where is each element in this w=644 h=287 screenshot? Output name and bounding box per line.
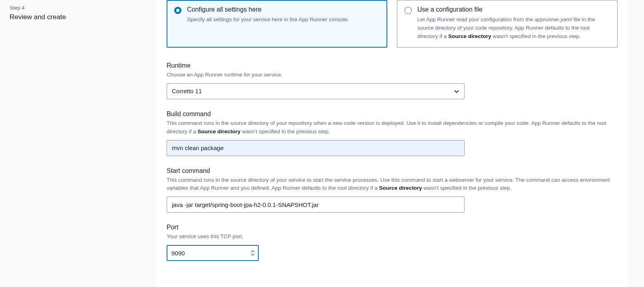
option-body: Configure all settings here Specify all … xyxy=(187,6,349,24)
radio-unselected-icon xyxy=(405,7,412,14)
port-help: Your service uses this TCP port. xyxy=(167,233,618,241)
option-body: Use a configuration file Let App Runner … xyxy=(417,6,610,41)
runtime-select[interactable]: Corretto 11 xyxy=(167,83,465,99)
runtime-field: Runtime Choose an App Runner runtime for… xyxy=(167,62,618,99)
option-title: Configure all settings here xyxy=(187,6,349,13)
start-command-help: This command runs in the source director… xyxy=(167,176,618,193)
option-title: Use a configuration file xyxy=(417,6,610,13)
step-title[interactable]: Review and create xyxy=(10,13,147,21)
config-option-row: Configure all settings here Specify all … xyxy=(167,0,618,48)
start-command-label: Start command xyxy=(167,167,618,175)
option-desc: Let App Runner read your configuration f… xyxy=(417,16,610,41)
runtime-select-value: Corretto 11 xyxy=(167,83,465,99)
build-command-field: Build command This command runs in the s… xyxy=(167,110,618,156)
option-use-config-file[interactable]: Use a configuration file Let App Runner … xyxy=(397,0,618,48)
wizard-sidebar: Step 4 Review and create xyxy=(0,0,156,287)
start-command-field: Start command This command runs in the s… xyxy=(167,167,618,213)
port-input[interactable] xyxy=(167,245,259,261)
port-field: Port Your service uses this TCP port. xyxy=(167,224,618,261)
radio-selected-icon xyxy=(174,7,181,14)
port-label: Port xyxy=(167,224,618,231)
build-command-help: This command runs in the source director… xyxy=(167,119,618,136)
number-spinner[interactable] xyxy=(251,250,255,256)
chevron-up-icon xyxy=(251,250,255,253)
build-command-label: Build command xyxy=(167,110,618,118)
build-command-input[interactable] xyxy=(167,140,465,156)
start-command-input[interactable] xyxy=(167,197,465,213)
option-desc: Specify all settings for your service he… xyxy=(187,16,349,24)
main-content: Configure all settings here Specify all … xyxy=(156,0,644,287)
runtime-help: Choose an App Runner runtime for your se… xyxy=(167,71,618,79)
runtime-label: Runtime xyxy=(167,62,618,69)
step-number-label: Step 4 xyxy=(10,5,147,11)
chevron-down-icon xyxy=(251,253,255,256)
option-configure-here[interactable]: Configure all settings here Specify all … xyxy=(167,0,387,48)
